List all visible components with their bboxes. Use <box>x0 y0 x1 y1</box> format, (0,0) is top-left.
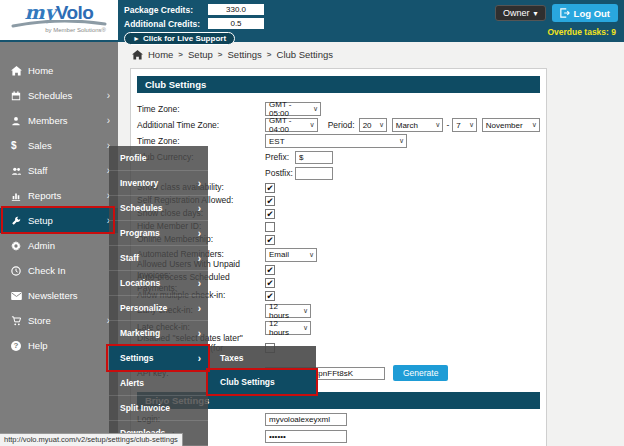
chevron-down-icon: ∨ <box>435 121 440 129</box>
chevron-down-icon: ∨ <box>303 324 308 332</box>
question-icon: ? <box>11 341 28 351</box>
sidebar-item-staff[interactable]: Staff› <box>0 158 118 183</box>
logo[interactable]: myVolo by Member Solutions® <box>0 0 118 40</box>
hide-member-id-checkbox[interactable] <box>265 222 275 232</box>
chevron-down-icon: ∨ <box>303 307 308 315</box>
chevron-down-icon: ∨ <box>532 121 537 129</box>
wrench-icon <box>11 216 28 226</box>
sidebar: Home Schedules› Members› $ Sales› Staff›… <box>0 42 118 446</box>
chevron-down-icon: ∨ <box>399 137 404 145</box>
envelope-icon <box>11 292 28 300</box>
flyout-item-locations[interactable]: Locations› <box>109 271 208 296</box>
sidebar-item-setup[interactable]: Setup› <box>0 208 118 233</box>
late-checkin-select[interactable]: 12 hours∨ <box>265 321 311 335</box>
sidebar-item-reports[interactable]: Reports› <box>0 183 118 208</box>
early-checkin-select[interactable]: 12 hours∨ <box>265 304 311 318</box>
sidebar-item-help[interactable]: ? Help <box>0 333 118 358</box>
owner-menu-button[interactable]: Owner ▾ <box>495 5 546 21</box>
setup-flyout-menu: Profile Inventory› Schedules› Programs› … <box>109 146 208 446</box>
top-header: myVolo by Member Solutions® Package Cred… <box>0 0 624 42</box>
breadcrumb-separator: > <box>267 50 272 59</box>
sidebar-item-home[interactable]: Home <box>0 58 118 83</box>
breadcrumb-settings[interactable]: Settings <box>228 49 262 60</box>
breadcrumb-setup[interactable]: Setup <box>188 49 213 60</box>
dollar-icon: $ <box>11 140 28 151</box>
chevron-right-icon: › <box>198 278 201 289</box>
cart-icon <box>11 316 28 326</box>
users-icon <box>11 166 28 176</box>
live-support-button[interactable]: ► Click for Live Support <box>124 32 235 45</box>
credits-panel: Package Credits: Additional Credits: ► C… <box>124 3 264 45</box>
additional-credits-input[interactable] <box>208 18 264 29</box>
chevron-right-icon: › <box>198 353 201 364</box>
time-zone-select[interactable]: GMT - 05:00∨ <box>265 102 321 116</box>
live-support-label: Click for Live Support <box>143 34 226 43</box>
period-day-to-select[interactable]: 7∨ <box>452 118 477 132</box>
automated-reminders-select[interactable]: Email∨ <box>265 248 317 262</box>
settings-submenu: Taxes Club Settings <box>208 346 316 394</box>
logout-button[interactable]: Log Out <box>552 4 618 22</box>
sidebar-item-check-in[interactable]: Check In <box>0 258 118 283</box>
brivo-login-input[interactable] <box>265 413 347 426</box>
currency-prefix-input[interactable] <box>295 151 333 164</box>
additional-time-zone-select[interactable]: GMT - 04:00∨ <box>265 118 318 132</box>
flyout-item-schedules[interactable]: Schedules› <box>109 196 208 221</box>
home-icon <box>132 50 143 60</box>
flyout-item-marketing[interactable]: Marketing› <box>109 321 208 346</box>
self-registration-checkbox[interactable]: ✔ <box>265 196 275 206</box>
breadcrumb-separator: > <box>218 50 223 59</box>
flyout-item-staff[interactable]: Staff› <box>109 246 208 271</box>
flyout-item-profile[interactable]: Profile <box>109 146 208 171</box>
sidebar-item-admin[interactable]: Admin <box>0 233 118 258</box>
period-day-from-select[interactable]: 20∨ <box>359 118 387 132</box>
sidebar-item-newsletters[interactable]: Newsletters <box>0 283 118 308</box>
chevron-down-icon: ∨ <box>309 251 314 259</box>
submenu-item-taxes[interactable]: Taxes <box>208 346 316 370</box>
flyout-item-split-invoice[interactable]: Split Invoice <box>109 396 208 421</box>
chevron-down-icon: ∨ <box>310 121 315 129</box>
calendar-icon <box>11 91 28 101</box>
chevron-down-icon: ∨ <box>469 121 474 129</box>
show-class-availability-checkbox[interactable]: ✔ <box>265 183 275 193</box>
brivo-password-input[interactable] <box>265 430 347 443</box>
additional-credits-row: Additional Credits: <box>124 17 264 30</box>
chart-icon <box>11 191 28 201</box>
time-zone-row: Time Zone: GMT - 05:00∨ <box>137 101 540 117</box>
sidebar-item-store[interactable]: Store› <box>0 308 118 333</box>
chevron-right-icon: › <box>198 203 201 214</box>
overdue-tasks-badge[interactable]: Overdue tasks: 9 <box>495 27 618 37</box>
chevron-down-icon: ∨ <box>379 121 384 129</box>
caret-down-icon: ▾ <box>534 9 538 18</box>
package-credits-label: Package Credits: <box>124 5 208 15</box>
home-icon <box>11 66 28 76</box>
flyout-item-settings[interactable]: Settings› <box>109 346 208 371</box>
sidebar-item-schedules[interactable]: Schedules› <box>0 83 118 108</box>
generate-button[interactable]: Generate <box>393 365 448 381</box>
flyout-item-alerts[interactable]: Alerts <box>109 371 208 396</box>
flyout-item-personalize[interactable]: Personalize› <box>109 296 208 321</box>
online-membership-checkbox[interactable]: ✔ <box>265 235 275 245</box>
gear-icon <box>11 241 28 251</box>
chevron-down-icon: ∨ <box>313 105 318 113</box>
sidebar-item-members[interactable]: Members› <box>0 108 118 133</box>
sidebar-item-sales[interactable]: $ Sales› <box>0 133 118 158</box>
breadcrumb-home[interactable]: Home <box>148 49 173 60</box>
multiple-checkin-checkbox[interactable]: ✔ <box>265 291 275 301</box>
flyout-item-programs[interactable]: Programs› <box>109 221 208 246</box>
chevron-right-icon: › <box>198 178 201 189</box>
period-month-to-select[interactable]: November∨ <box>482 118 540 132</box>
chevron-right-icon: › <box>198 228 201 239</box>
time-zone-name-select[interactable]: EST∨ <box>265 134 407 148</box>
logout-icon <box>560 8 570 18</box>
chevron-right-icon: › <box>107 90 110 101</box>
user-icon <box>11 116 28 126</box>
period-month-from-select[interactable]: March∨ <box>392 118 444 132</box>
chevron-right-icon: › <box>107 115 110 126</box>
submenu-item-club-settings[interactable]: Club Settings <box>208 370 316 394</box>
flyout-item-inventory[interactable]: Inventory› <box>109 171 208 196</box>
show-close-days-checkbox[interactable]: ✔ <box>265 209 275 219</box>
currency-postfix-input[interactable] <box>295 167 333 180</box>
allowed-unpaid-checkbox[interactable]: ✔ <box>265 265 275 275</box>
auto-process-checkbox[interactable]: ✔ <box>265 278 275 288</box>
package-credits-input[interactable] <box>208 4 264 15</box>
